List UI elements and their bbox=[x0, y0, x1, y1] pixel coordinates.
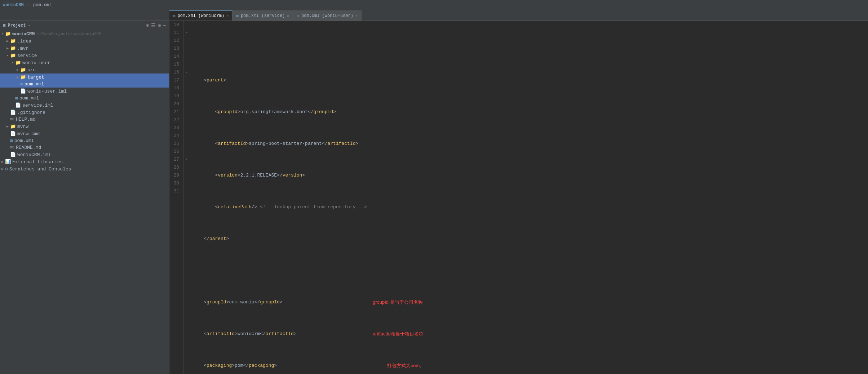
sidebar-item-service[interactable]: ▾ 📁 service bbox=[0, 52, 169, 59]
target-label: target bbox=[27, 75, 44, 80]
code-line-17 bbox=[192, 267, 865, 275]
sidebar-item-service-iml[interactable]: ▶ 📄 service.iml bbox=[0, 102, 169, 109]
tab-close-2[interactable]: ✕ bbox=[287, 14, 289, 18]
collapse-icon[interactable]: ☰ bbox=[151, 22, 156, 28]
sidebar-item-mvnw[interactable]: ▶ 📁 mvnw bbox=[0, 123, 169, 130]
sidebar-item-pom-service[interactable]: ▶ m pom.xml bbox=[0, 95, 169, 102]
tab-bar: m pom.xml (woniucrm) ✕ m pom.xml (servic… bbox=[0, 10, 868, 21]
tab-label-3: pom.xml (woniu-user) bbox=[301, 13, 353, 18]
root-label: woniuCRM bbox=[12, 31, 35, 37]
sidebar-item-mvn[interactable]: ▶ 📁 .mvn bbox=[0, 45, 169, 52]
service-iml-label: service.iml bbox=[22, 103, 53, 108]
brand-label: woniuCRM bbox=[3, 3, 24, 8]
tab-close-3[interactable]: ✕ bbox=[355, 14, 358, 18]
ext-libs-icon: 📊 bbox=[5, 159, 11, 165]
idea-folder-icon: 📁 bbox=[10, 38, 16, 44]
gitignore-label: .gitignore bbox=[17, 110, 45, 115]
code-line-13: <artifactId>spring-boot-starter-parent</… bbox=[192, 140, 865, 148]
target-folder-icon: 📁 bbox=[20, 74, 26, 80]
sidebar-item-ext-libs[interactable]: ▶ 📊 External Libraries bbox=[0, 158, 169, 165]
woniu-user-folder-icon: 📁 bbox=[15, 60, 21, 66]
mvnw-cmd-icon: 📄 bbox=[10, 131, 16, 137]
service-folder-icon: 📁 bbox=[10, 53, 16, 58]
ext-libs-arrow: ▶ bbox=[0, 160, 5, 164]
sidebar-item-help-md[interactable]: ▶ MD HELP.md bbox=[0, 116, 169, 123]
sidebar-item-mvnw-cmd[interactable]: ▶ 📄 mvnw.cmd bbox=[0, 130, 169, 137]
service-arrow: ▾ bbox=[5, 53, 10, 58]
sidebar-item-readme[interactable]: ▶ MD README.md bbox=[0, 144, 169, 151]
annotation-groupId: groupId 相当于公司名称 bbox=[373, 298, 423, 306]
top-bar-left: woniuCRM // pom.xml bbox=[3, 3, 51, 8]
options-icon[interactable]: ⚙ bbox=[158, 22, 161, 28]
locate-icon[interactable]: ⊕ bbox=[146, 22, 149, 28]
pom-root-icon: m bbox=[10, 138, 13, 143]
code-line-18: <groupId>com.woniu</groupId> groupId 相当于… bbox=[192, 298, 865, 306]
sidebar-item-src[interactable]: ▶ 📁 src bbox=[0, 66, 169, 74]
root-folder-icon: 📁 bbox=[5, 31, 11, 37]
pom-service-label: pom.xml bbox=[19, 95, 39, 101]
tab-close-1[interactable]: ✕ bbox=[226, 14, 229, 18]
help-md-label: HELP.md bbox=[16, 117, 36, 122]
tab-pom-woniu-user[interactable]: m pom.xml (woniu-user) ✕ bbox=[293, 10, 362, 21]
tab-pom-service[interactable]: m pom.xml (service) ✕ bbox=[232, 10, 293, 21]
root-path: ~/IdeaProjects/zwb/woniuCRM bbox=[37, 32, 101, 36]
minimize-icon[interactable]: — bbox=[163, 22, 166, 28]
editor-panel[interactable]: 10 11 12 13 14 15 16 17 18 19 20 21 22 2… bbox=[169, 21, 868, 374]
code-line-16: </parent> bbox=[192, 235, 865, 243]
readme-label: README.md bbox=[16, 145, 41, 150]
project-label: Project bbox=[8, 23, 26, 28]
tab-label-2: pom.xml (service) bbox=[241, 13, 285, 18]
tab-icon-2: m bbox=[236, 14, 239, 18]
idea-label: .idea bbox=[17, 39, 31, 44]
woniucrm-iml-icon: 📄 bbox=[10, 152, 16, 157]
tree-root[interactable]: ▾ 📁 woniuCRM ~/IdeaProjects/zwb/woniuCRM bbox=[0, 30, 169, 37]
code-line-19: <artifactId>woniucrm</artifactId> artifa… bbox=[192, 330, 865, 338]
dropdown-icon[interactable]: ▾ bbox=[28, 23, 30, 28]
code-line-20: <packaging>pom</packaging> 打包方式为pom, bbox=[192, 362, 865, 370]
sidebar-item-target[interactable]: ▶ 📁 target bbox=[0, 74, 169, 81]
scratches-arrow: ▶ bbox=[0, 167, 5, 171]
woniucrm-iml-label: woniuCRM.iml bbox=[17, 152, 51, 157]
service-iml-icon: 📄 bbox=[15, 102, 21, 108]
root-arrow: ▾ bbox=[0, 32, 5, 36]
project-icon: ▦ bbox=[3, 23, 5, 28]
sidebar-item-pom-root[interactable]: ▶ m pom.xml bbox=[0, 137, 169, 144]
editor-content: 10 11 12 13 14 15 16 17 18 19 20 21 22 2… bbox=[169, 21, 868, 374]
top-bar-filename: pom.xml bbox=[33, 3, 51, 8]
sidebar-item-woniucrm-iml[interactable]: ▶ 📄 woniuCRM.iml bbox=[0, 151, 169, 158]
tab-pom-woniucrm[interactable]: m pom.xml (woniucrm) ✕ bbox=[169, 10, 232, 21]
woniu-user-arrow: ▾ bbox=[10, 61, 15, 65]
pom-root-label: pom.xml bbox=[14, 138, 34, 143]
sidebar-item-idea[interactable]: ▶ 📁 .idea bbox=[0, 37, 169, 45]
mvn-folder-icon: 📁 bbox=[10, 45, 16, 51]
sidebar-item-scratches[interactable]: ▶ ⚙ Scratches and Consoles bbox=[0, 165, 169, 173]
pom-user-label: pom.xml bbox=[25, 81, 44, 87]
sidebar-item-woniu-user[interactable]: ▾ 📁 woniu-user bbox=[0, 59, 169, 66]
mvn-arrow: ▶ bbox=[5, 46, 10, 50]
sidebar-title: ▦ Project ▾ bbox=[3, 23, 30, 28]
sidebar: ▦ Project ▾ ⊕ ☰ ⚙ — ▾ 📁 woniuCRM ~/IdeaP… bbox=[0, 21, 169, 374]
sidebar-item-gitignore[interactable]: ▶ 📄 .gitignore bbox=[0, 109, 169, 116]
pom-user-icon: m bbox=[20, 81, 23, 87]
annotation-packaging-1: 打包方式为pom, bbox=[387, 362, 421, 370]
tab-icon-3: m bbox=[297, 14, 299, 18]
ext-libs-label: External Libraries bbox=[12, 159, 63, 165]
target-arrow: ▶ bbox=[15, 75, 20, 79]
sidebar-header: ▦ Project ▾ ⊕ ☰ ⚙ — bbox=[0, 21, 169, 30]
mvnw-label: mvnw bbox=[17, 124, 28, 129]
tab-label-1: pom.xml (woniucrm) bbox=[178, 13, 225, 18]
readme-icon: MD bbox=[10, 146, 14, 150]
line-numbers: 10 11 12 13 14 15 16 17 18 19 20 21 22 2… bbox=[169, 21, 184, 374]
sidebar-item-woniu-user-iml[interactable]: ▶ 📄 woniu-user.iml bbox=[0, 88, 169, 95]
woniu-user-label: woniu-user bbox=[22, 60, 50, 66]
code-area[interactable]: <parent> <groupId>org.springframework.bo… bbox=[190, 21, 868, 374]
mvnw-icon: 📁 bbox=[10, 124, 16, 129]
mvn-label: .mvn bbox=[17, 46, 28, 51]
scratches-icon: ⚙ bbox=[5, 166, 8, 172]
annotation-artifactId: artifactId相当于项目名称 bbox=[373, 330, 424, 338]
scratches-label: Scratches and Consoles bbox=[9, 166, 71, 172]
sidebar-item-pom-user[interactable]: ▶ m pom.xml bbox=[0, 81, 169, 88]
src-arrow: ▶ bbox=[15, 68, 20, 72]
iml-user-label: woniu-user.iml bbox=[27, 89, 67, 94]
main-area: ▦ Project ▾ ⊕ ☰ ⚙ — ▾ 📁 woniuCRM ~/IdeaP… bbox=[0, 21, 868, 374]
